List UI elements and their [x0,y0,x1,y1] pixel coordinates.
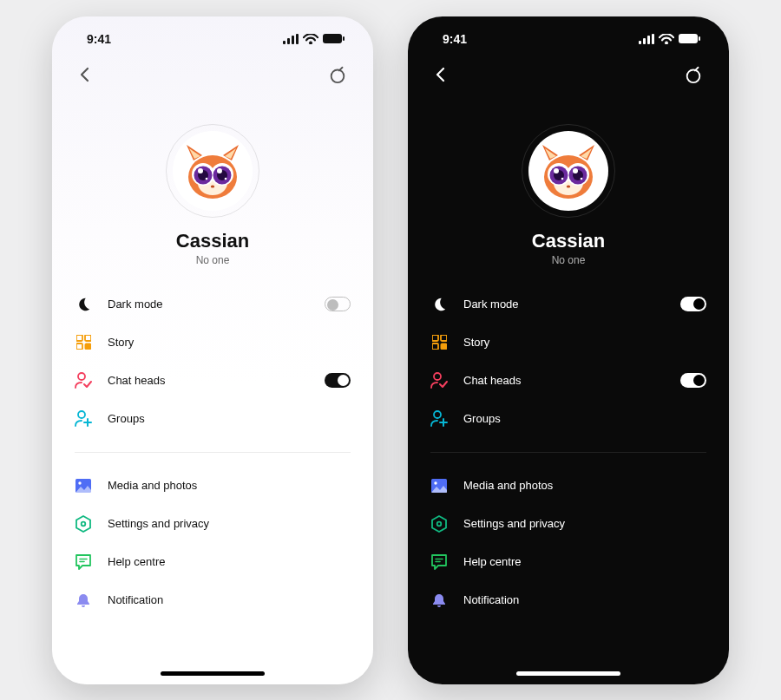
avatar-cat-icon [178,137,247,205]
edit-button[interactable] [328,65,347,84]
story-label: Story [463,336,706,349]
media-label: Media and photos [108,479,351,492]
back-button[interactable] [434,67,450,82]
profile-name: Cassian [532,230,605,252]
edit-icon [684,65,703,84]
row-privacy[interactable]: Settings and privacy [75,515,351,533]
help-label: Help centre [108,555,351,568]
privacy-label: Settings and privacy [108,517,351,530]
wifi-icon [303,34,318,44]
chat-heads-toggle[interactable] [325,373,351,388]
groups-icon [430,410,448,428]
row-chat-heads[interactable]: Chat heads [75,372,351,389]
edit-icon [328,65,347,84]
help-label: Help centre [463,555,706,568]
phone-dark: 9:41 Cassian No one Dark mode [408,16,729,684]
row-media[interactable]: Media and photos [430,477,706,494]
row-privacy[interactable]: Settings and privacy [430,515,706,533]
moon-icon [430,296,448,313]
avatar[interactable] [166,124,259,218]
settings-list: Dark mode Story Chat heads Groups [430,296,706,609]
row-help[interactable]: Help centre [75,553,351,571]
chat-heads-label: Chat heads [108,374,309,387]
chevron-left-icon [434,67,450,82]
chat-heads-icon [430,372,448,389]
notification-label: Notification [108,593,351,606]
profile-section: Cassian No one [430,124,706,266]
header [75,46,351,84]
privacy-icon [75,515,92,533]
row-media[interactable]: Media and photos [75,477,351,494]
battery-icon [679,34,701,44]
profile-subtitle: No one [552,254,586,266]
back-button[interactable] [78,67,94,82]
avatar[interactable] [522,124,615,218]
row-help[interactable]: Help centre [430,553,706,571]
dark-mode-label: Dark mode [463,298,665,311]
battery-icon [323,34,345,44]
groups-label: Groups [463,412,706,425]
header [430,46,706,84]
row-dark-mode[interactable]: Dark mode [75,296,351,313]
status-time: 9:41 [443,32,467,46]
row-dark-mode[interactable]: Dark mode [430,296,706,313]
row-story[interactable]: Story [430,334,706,351]
help-icon [430,553,448,571]
wifi-icon [659,34,674,44]
chevron-left-icon [78,67,94,82]
media-label: Media and photos [463,479,706,492]
avatar-cat-icon [534,137,603,205]
chat-heads-label: Chat heads [463,374,665,387]
notification-icon [430,592,448,609]
dark-mode-toggle[interactable] [680,297,706,311]
media-icon [430,477,448,494]
signal-icon [639,34,654,44]
groups-icon [75,410,92,428]
row-chat-heads[interactable]: Chat heads [430,372,706,389]
status-bar: 9:41 [75,30,351,46]
profile-subtitle: No one [196,254,230,266]
divider [430,452,706,453]
profile-name: Cassian [176,230,249,252]
groups-label: Groups [108,412,351,425]
status-indicators [639,34,701,44]
story-icon [430,334,448,351]
signal-icon [283,34,299,44]
status-time: 9:41 [87,32,111,46]
media-icon [75,477,92,494]
home-indicator[interactable] [516,671,620,676]
dark-mode-label: Dark mode [108,298,309,311]
story-icon [75,334,92,351]
story-label: Story [108,336,351,349]
privacy-icon [430,515,448,533]
home-indicator[interactable] [161,671,265,676]
row-story[interactable]: Story [75,334,351,351]
divider [75,452,351,453]
notification-icon [75,592,92,609]
status-indicators [283,34,345,44]
row-notification[interactable]: Notification [75,592,351,609]
moon-icon [75,296,92,313]
help-icon [75,553,92,571]
status-bar: 9:41 [430,30,706,46]
row-notification[interactable]: Notification [430,592,706,609]
notification-label: Notification [463,593,706,606]
chat-heads-toggle[interactable] [680,373,706,388]
privacy-label: Settings and privacy [463,517,706,530]
profile-section: Cassian No one [75,124,351,266]
edit-button[interactable] [684,65,703,84]
chat-heads-icon [75,372,92,389]
row-groups[interactable]: Groups [75,410,351,428]
row-groups[interactable]: Groups [430,410,706,428]
phone-light: 9:41 Cassian No one Dark mode [52,16,373,684]
dark-mode-toggle[interactable] [325,297,351,311]
settings-list: Dark mode Story Chat heads Groups [75,296,351,609]
